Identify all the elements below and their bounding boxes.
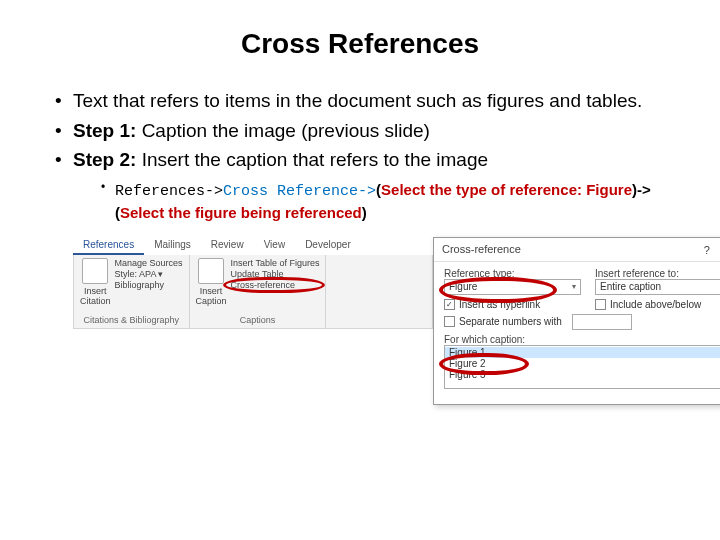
group-label-captions: Captions: [196, 315, 320, 325]
insert-ref-select[interactable]: Entire caption▾: [595, 279, 720, 295]
sub-bullet: References->Cross Reference->(Select the…: [73, 179, 665, 223]
citation-icon: [82, 258, 108, 284]
group-captions: Insert Caption Insert Table of Figures U…: [190, 255, 327, 328]
insert-ref-label: Insert reference to:: [595, 268, 720, 279]
manage-sources-button[interactable]: Manage Sources: [115, 258, 183, 268]
slide-title: Cross References: [55, 28, 665, 60]
step1-label: Step 1:: [73, 120, 136, 141]
caption-icon: [198, 258, 224, 284]
bullet-list: Text that refers to items in the documen…: [55, 88, 665, 223]
group-label-citations: Citations & Bibliography: [80, 315, 183, 325]
step1-text: Caption the image (previous slide): [136, 120, 430, 141]
chevron-down-icon: ▾: [572, 282, 576, 291]
checkbox-icon: [595, 299, 606, 310]
insert-citation-button[interactable]: Insert Citation: [80, 258, 111, 306]
tab-review[interactable]: Review: [201, 237, 254, 255]
cross-reference-dialog: Cross-reference ? ✕ Reference type: Figu…: [433, 237, 720, 405]
dialog-title-text: Cross-reference: [442, 243, 521, 255]
checkbox-icon: [444, 316, 455, 327]
tab-references[interactable]: References: [73, 237, 144, 255]
path-select-figure: Select the figure being referenced: [120, 204, 362, 221]
separator-input[interactable]: [572, 314, 632, 330]
highlight-oval-reftype: [439, 277, 557, 303]
step2-label: Step 2:: [73, 149, 136, 170]
separate-numbers-checkbox[interactable]: Separate numbers with: [444, 314, 720, 330]
bullet-3: Step 2: Insert the caption that refers t…: [55, 147, 665, 223]
include-above-checkbox[interactable]: Include above/below: [595, 299, 720, 310]
path-crossref: Cross Reference->: [223, 183, 376, 200]
tab-view[interactable]: View: [254, 237, 296, 255]
for-which-label: For which caption:: [444, 334, 720, 345]
paren3: ): [362, 204, 367, 221]
cross-reference-button[interactable]: Cross-reference: [231, 280, 320, 290]
checkbox-icon: ✓: [444, 299, 455, 310]
insert-tof-button[interactable]: Insert Table of Figures: [231, 258, 320, 268]
tab-mailings[interactable]: Mailings: [144, 237, 201, 255]
path-references: References->: [115, 183, 223, 200]
tab-developer[interactable]: Developer: [295, 237, 361, 255]
highlight-oval-figure1: [439, 353, 529, 375]
ribbon: Insert Citation Manage Sources Style: AP…: [73, 255, 433, 329]
bullet-2: Step 1: Caption the image (previous slid…: [55, 118, 665, 144]
insert-caption-button[interactable]: Insert Caption: [196, 258, 227, 306]
dialog-help-icon[interactable]: ?: [704, 244, 710, 256]
step2-text: Insert the caption that refers to the im…: [136, 149, 488, 170]
word-screenshot: References Mailings Review View Develope…: [73, 237, 720, 407]
bullet-1: Text that refers to items in the documen…: [55, 88, 665, 114]
path-select-type: Select the type of reference: Figure: [381, 181, 632, 198]
bibliography-button[interactable]: Bibliography: [115, 280, 183, 290]
group-citations: Insert Citation Manage Sources Style: AP…: [74, 255, 190, 328]
style-dropdown[interactable]: Style: APA ▾: [115, 269, 183, 279]
